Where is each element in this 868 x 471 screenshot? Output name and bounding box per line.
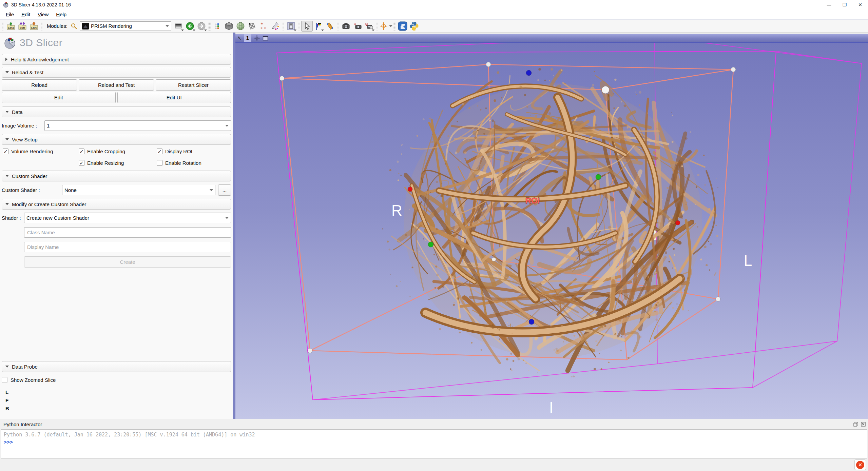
volume-rendering-button[interactable] [223,21,235,32]
menu-view[interactable]: View [34,10,52,19]
load-data-button[interactable]: DATA [5,21,17,32]
toolbar-separator [208,22,211,31]
enable-rotation-checkbox[interactable]: Enable Rotation [157,160,201,166]
view-crosshair-icon[interactable] [253,35,260,42]
maximize-button[interactable]: ❐ [837,0,852,9]
load-data-icon: DATA [6,21,16,31]
show-zoomed-slice-checkbox[interactable] [2,377,7,383]
module-history-button[interactable] [173,21,184,32]
menu-edit[interactable]: Edit [18,10,34,19]
surface-models-button[interactable] [235,21,246,32]
scene-view-restore-button[interactable] [363,21,375,32]
window-title: 3D Slicer 4.13.0-2022-01-16 [11,2,71,7]
image-volume-selector[interactable]: 1 [44,120,231,131]
checkbox-checked[interactable]: ✓ [157,149,162,154]
save-button[interactable]: SAVE [28,21,40,32]
custom-shader-selector[interactable]: None [62,185,215,195]
ruler-button[interactable] [324,21,336,32]
minimize-button[interactable]: — [821,0,837,9]
display-name-input[interactable] [24,242,231,252]
chevron-down-icon [204,30,207,31]
reload-button[interactable]: Reload [2,79,77,91]
svg-text:ROI: ROI [525,196,540,205]
display-roi-checkbox[interactable]: ✓ Display ROI [157,149,192,154]
mouse-interaction-button[interactable] [301,21,313,32]
edit-ui-button[interactable]: Edit UI [117,92,231,103]
shader-selector[interactable]: Create new Custom Shader [24,213,231,223]
pin-icon[interactable] [237,36,242,41]
enable-resizing-checkbox[interactable]: ✓ Enable Resizing [79,160,124,166]
volume-rendering-canvas: RPLIROI [235,43,868,419]
volume-rendering-checkbox[interactable]: ✓ Volume Rendering [3,149,53,154]
class-name-input[interactable] [24,227,231,238]
more-options-button[interactable]: ... [218,184,231,196]
fiducial-asterisks-icon: ✳ ✳ ✳ [259,22,268,31]
layout-selector-button[interactable] [285,21,297,32]
chevron-right-icon [5,58,7,61]
scene-view-capture-button[interactable] [352,21,363,32]
error-icon: ✕ [856,461,864,469]
image-volume-label: Image Volume : [2,123,44,129]
python-console-button[interactable] [408,21,420,32]
search-icon [71,23,77,30]
module-back-button[interactable] [184,21,196,32]
ruler-icon [326,22,334,31]
module-search-button[interactable] [70,21,78,32]
restart-slicer-button[interactable]: Restart Slicer [156,79,231,91]
svg-text:L: L [744,252,752,269]
checkbox-checked[interactable]: ✓ [79,149,84,154]
app-icon [3,2,9,8]
view-setup-body: ✓ Volume Rendering ✓ Enable Cropping ✓ D… [1,148,231,170]
checkbox-label: Display ROI [165,149,192,154]
load-dicom-button[interactable]: DCM [17,21,28,32]
place-markup-button[interactable] [313,21,324,32]
checkbox-checked[interactable]: ✓ [3,149,8,154]
menu-help[interactable]: Help [52,10,70,19]
toolbar-handle [2,22,4,31]
section-modify-create-shader[interactable]: Modify or Create Custom Shader [2,199,231,210]
view-maximize-icon[interactable] [262,35,269,42]
module-selector[interactable]: PRISM Rendering [80,21,171,31]
screenshot-button[interactable] [340,21,352,32]
gray-cube-icon [225,22,233,31]
panel-spacer [1,270,231,360]
section-data-probe[interactable]: Data Probe [2,361,231,372]
module-forward-button[interactable] [196,21,207,32]
module-icon [82,23,89,30]
module-title: 3D Slicer [20,37,62,48]
checkbox-label: Volume Rendering [11,149,53,154]
create-shader-button[interactable]: Create [24,256,231,268]
python-console[interactable]: Python 3.6.7 (default, Jan 16 2022, 23:2… [1,429,867,458]
section-custom-shader[interactable]: Custom Shader [2,171,231,181]
chevron-down-icon [372,30,374,31]
crosshair-button[interactable] [379,21,392,32]
section-help-acknowledgement[interactable]: Help & Acknowledgement [2,54,231,65]
chevron-down-icon [181,30,184,31]
menu-file[interactable]: File [2,10,18,19]
checkbox-checked[interactable]: ✓ [79,160,84,166]
module-panel: 3D Slicer Help & Acknowledgement Reload … [0,33,233,419]
close-panel-icon[interactable] [861,421,866,427]
reload-and-test-button[interactable]: Reload and Test [79,79,154,91]
undock-icon[interactable] [853,421,859,427]
panel-splitter[interactable] [233,33,235,419]
mesh-button[interactable] [246,21,258,32]
checkbox-label: Enable Resizing [87,160,124,166]
python-interactor-title: Python Interactor [3,421,42,427]
edit-button[interactable]: Edit [2,92,116,103]
checkbox-unchecked[interactable] [157,160,162,166]
markups-button[interactable]: ✳ ✳ ✳ [258,21,269,32]
section-reload-test[interactable]: Reload & Test [2,67,231,78]
chevron-down-icon [5,366,9,368]
scene-tree-button[interactable] [212,21,223,32]
section-data[interactable]: Data [2,106,231,117]
annotation-pen-button[interactable] [269,21,281,32]
modules-label: Modules: [44,23,70,29]
enable-cropping-checkbox[interactable]: ✓ Enable Cropping [79,149,125,154]
threed-scene[interactable]: RPLIROI [235,43,868,419]
extensions-manager-button[interactable] [397,21,408,32]
error-log-button[interactable]: ✕ [854,459,866,470]
section-view-setup[interactable]: View Setup [2,134,231,145]
close-button[interactable]: ✕ [852,0,868,9]
python-prompt[interactable]: >>> [4,439,864,445]
